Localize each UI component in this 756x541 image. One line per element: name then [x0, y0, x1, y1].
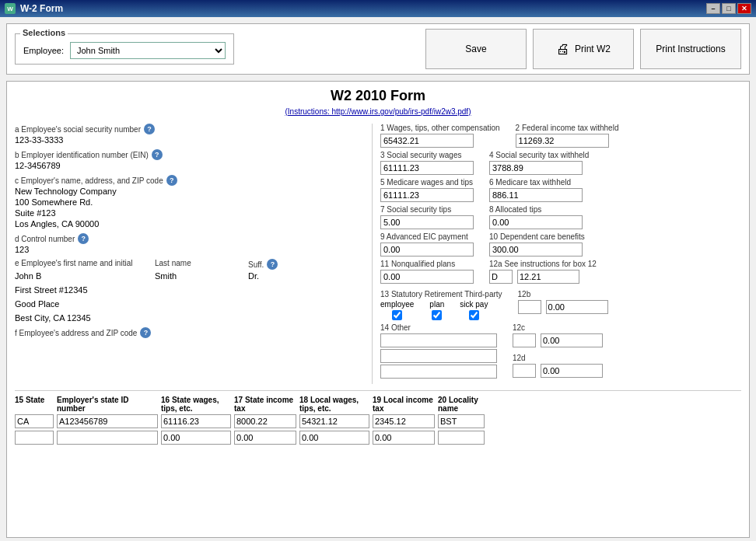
box9-10-row: 9 Advanced EIC payment 10 Dependent care…: [380, 232, 741, 257]
bottom-table: 15 State Employer's state ID number 16 S…: [15, 390, 741, 445]
box3-label: 3 Social security wages: [380, 151, 474, 159]
row1-wages18-input[interactable]: [299, 414, 369, 428]
box12b-field: 12b: [518, 290, 608, 317]
minimize-button[interactable]: –: [706, 3, 720, 14]
box9-input[interactable]: [380, 243, 474, 257]
box8-input[interactable]: [489, 215, 583, 229]
field-f-help[interactable]: ?: [140, 327, 151, 338]
row1-tax19-input[interactable]: [373, 414, 435, 428]
row1-state-input[interactable]: [15, 414, 54, 428]
header-col-id: Employer's state ID number: [57, 396, 158, 413]
header-col18: 18 Local wages, tips, etc.: [299, 396, 369, 413]
box2-label: 2 Federal income tax withheld: [516, 124, 619, 132]
title-bar: W W-2 Form – □ ✕: [0, 0, 756, 17]
form-instructions[interactable]: (Instructions: http://www.irs.gov/pub/ir…: [15, 107, 741, 116]
field-f-label: f Employee's address and ZIP code: [15, 329, 137, 337]
box3-input[interactable]: [380, 161, 474, 175]
form-title: W2 2010 Form: [15, 88, 741, 104]
box1-label: 1 Wages, tips, other compensation: [380, 124, 500, 132]
address-line1: First Street #12345: [15, 285, 364, 295]
box11-input[interactable]: [380, 270, 474, 284]
box12d-field: 12d: [513, 354, 603, 381]
window-body: Selections Employee: John Smith Save 🖨 P…: [0, 17, 756, 541]
box10-label: 10 Dependent care benefits: [489, 232, 585, 241]
field-d-value: 123: [15, 245, 364, 254]
box13-plan-checkbox[interactable]: [432, 310, 442, 320]
form-body: a Employee's social security number ? 12…: [15, 124, 741, 384]
box1-field: 1 Wages, tips, other compensation: [380, 124, 500, 148]
row2-tax17-input[interactable]: [234, 431, 296, 445]
box12d-value-input[interactable]: [541, 364, 603, 378]
field-c-line3: Suite #123: [15, 208, 364, 218]
field-a-value: 123-33-3333: [15, 135, 364, 145]
box14-input3[interactable]: [380, 365, 497, 379]
field-e-suff-help[interactable]: ?: [267, 259, 278, 270]
row2-wages16-input[interactable]: [161, 431, 231, 445]
box12b-label: 12b: [518, 290, 608, 298]
row2-tax19-input[interactable]: [373, 431, 435, 445]
field-b-label: b Employer identification number (EIN): [15, 151, 149, 159]
header-col19: 19 Local income tax: [373, 396, 435, 413]
box14-input1[interactable]: [380, 333, 497, 347]
box13-label: 13 Statutory Retirement Third-party: [380, 290, 502, 298]
field-c-line1: New Technology Company: [15, 187, 364, 196]
box14-label: 14 Other: [380, 323, 497, 332]
save-button[interactable]: Save: [425, 29, 527, 69]
header-col17: 17 State income tax: [234, 396, 296, 413]
box3-4-row: 3 Social security wages 4 Social securit…: [380, 151, 741, 175]
box12c-value-input[interactable]: [541, 333, 603, 347]
box12a-inputs: [489, 270, 597, 284]
field-c-help[interactable]: ?: [166, 175, 177, 186]
field-a-label: a Employee's social security number: [15, 125, 141, 134]
box13-sickpay-checkbox[interactable]: [469, 310, 479, 320]
employee-select[interactable]: John Smith: [70, 42, 226, 59]
form-container: W2 2010 Form (Instructions: http://www.i…: [6, 81, 750, 538]
print-w2-button[interactable]: 🖨 Print W2: [533, 29, 634, 69]
row1-id-input[interactable]: [57, 414, 158, 428]
box14-input2[interactable]: [380, 349, 497, 363]
box12b-letter-input[interactable]: [518, 300, 541, 314]
table-row: [15, 414, 741, 428]
box7-input[interactable]: [380, 215, 474, 229]
box12d-letter-input[interactable]: [513, 364, 536, 378]
field-a-section: a Employee's social security number ? 12…: [15, 124, 364, 145]
box12c-letter-input[interactable]: [513, 333, 536, 347]
box6-input[interactable]: [489, 188, 583, 202]
header-col20: 20 Locality name: [438, 396, 485, 413]
field-b-value: 12-3456789: [15, 161, 364, 170]
box10-input[interactable]: [489, 243, 583, 257]
box12d-label: 12d: [513, 354, 603, 362]
box5-input[interactable]: [380, 188, 474, 202]
box4-input[interactable]: [489, 161, 583, 175]
field-a-help[interactable]: ?: [144, 124, 155, 134]
field-d-section: d Control number ? 123: [15, 233, 364, 254]
row1-wages16-input[interactable]: [161, 414, 231, 428]
box13-12b-row: 13 Statutory Retirement Third-party empl…: [380, 290, 741, 320]
print-instructions-button[interactable]: Print Instructions: [640, 29, 741, 69]
row1-tax17-input[interactable]: [234, 414, 296, 428]
box1-input[interactable]: [380, 134, 474, 148]
box11-12a-row: 11 Nonqualified plans 12a See instructio…: [380, 260, 741, 287]
row2-state-input[interactable]: [15, 431, 54, 445]
box12a-letter-input[interactable]: [489, 270, 513, 284]
maximize-button[interactable]: □: [722, 3, 736, 14]
box12a-value-input[interactable]: [517, 270, 579, 284]
field-d-help[interactable]: ?: [78, 233, 89, 244]
box12b-value-input[interactable]: [546, 300, 608, 314]
row2-wages18-input[interactable]: [299, 431, 369, 445]
box12b-inputs: [518, 300, 608, 314]
box7-label: 7 Social security tips: [380, 205, 474, 214]
row2-locality-input[interactable]: [438, 431, 485, 445]
box6-field: 6 Medicare tax withheld: [489, 178, 583, 202]
app-icon: W: [5, 3, 16, 14]
field-b-help[interactable]: ?: [152, 149, 163, 160]
field-e-suffix: Dr.: [248, 271, 259, 281]
window-title: W-2 Form: [20, 3, 63, 14]
close-button[interactable]: ✕: [737, 3, 751, 14]
box12d-inputs: [513, 364, 603, 378]
row2-id-input[interactable]: [57, 431, 158, 445]
box2-input[interactable]: [516, 134, 609, 148]
print-w2-label: Print W2: [575, 44, 611, 54]
row1-locality-input[interactable]: [438, 414, 485, 428]
box13-employee-checkbox[interactable]: [392, 310, 402, 320]
